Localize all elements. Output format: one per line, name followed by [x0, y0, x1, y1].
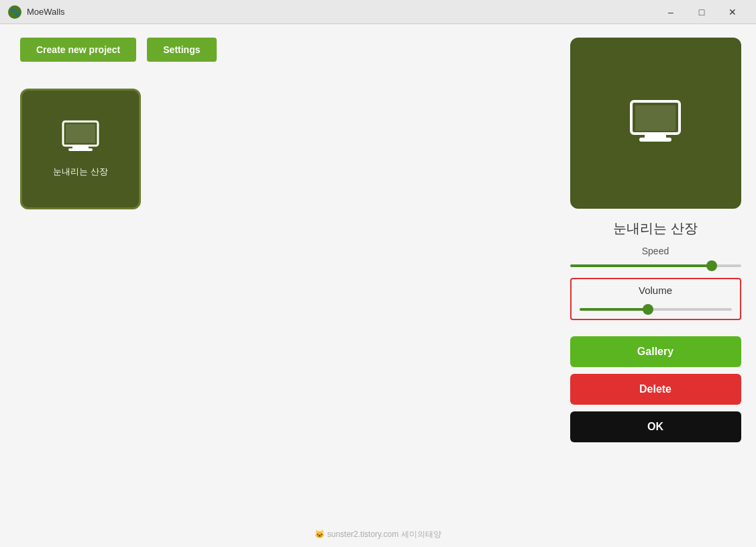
volume-box: Volume: [570, 278, 741, 320]
left-panel: Create new project Settings 눈내리는 산장: [0, 24, 555, 547]
volume-slider[interactable]: [580, 308, 732, 311]
create-new-project-button[interactable]: Create new project: [20, 38, 136, 62]
project-grid: 눈내리는 산장: [20, 89, 535, 209]
monitor-svg-small: [60, 120, 101, 155]
app-title: MoeWalls: [27, 7, 65, 17]
close-button[interactable]: ✕: [717, 0, 748, 24]
settings-button[interactable]: Settings: [147, 38, 216, 62]
svg-rect-7: [645, 134, 666, 138]
preview-project-title: 눈내리는 산장: [613, 219, 698, 238]
svg-rect-5: [66, 124, 95, 143]
gallery-button[interactable]: Gallery: [570, 336, 741, 367]
svg-rect-9: [635, 105, 676, 131]
ok-button[interactable]: OK: [570, 411, 741, 442]
main-content: Create new project Settings 눈내리는 산장: [0, 24, 756, 547]
delete-button[interactable]: Delete: [570, 374, 741, 405]
toolbar: Create new project Settings: [20, 38, 535, 62]
app-icon: 🐾: [8, 5, 21, 19]
svg-rect-3: [72, 146, 89, 148]
footer-watermark: 🐱 sunster2.tistory.com 세미의태양: [315, 529, 441, 540]
title-bar-controls: – □ ✕: [655, 0, 748, 24]
svg-rect-8: [639, 138, 671, 142]
title-bar-left: 🐾 MoeWalls: [8, 5, 65, 19]
right-panel: 눈내리는 산장 Speed Volume Gallery Delete OK: [555, 24, 756, 547]
svg-rect-4: [68, 148, 93, 151]
title-bar: 🐾 MoeWalls – □ ✕: [0, 0, 756, 24]
maximize-button[interactable]: □: [686, 0, 717, 24]
project-card[interactable]: 눈내리는 산장: [20, 89, 141, 209]
speed-slider[interactable]: [570, 264, 741, 267]
monitor-icon: [60, 120, 101, 158]
action-buttons: Gallery Delete OK: [570, 336, 741, 442]
preview-card: [570, 38, 741, 209]
volume-label: Volume: [580, 285, 732, 296]
speed-label: Speed: [642, 246, 669, 256]
minimize-button[interactable]: –: [655, 0, 686, 24]
preview-monitor-icon: [629, 100, 682, 147]
project-name: 눈내리는 산장: [53, 166, 108, 178]
speed-slider-container: [570, 262, 741, 270]
svg-text:🐾: 🐾: [10, 7, 20, 17]
